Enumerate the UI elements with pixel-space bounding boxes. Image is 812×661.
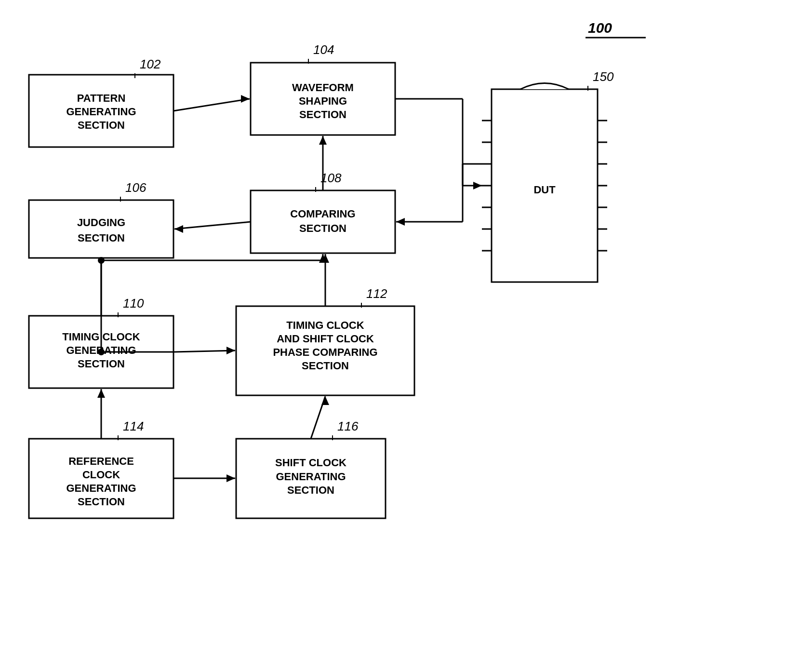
pattern-gen-label-3: SECTION — [78, 119, 125, 131]
shift-clock-gen-label-2: GENERATING — [276, 471, 346, 483]
waveform-label-2: SHAPING — [299, 95, 347, 107]
arrow-104-to-dut — [473, 182, 482, 189]
diagram-container: 100 PATTERN GENERATING SECTION 102 WAVEF… — [0, 0, 812, 661]
comparing-label-1: COMPARING — [290, 208, 355, 220]
ref-150: 150 — [593, 69, 614, 84]
timing-shift-label-3: PHASE COMPARING — [273, 346, 377, 358]
arrow-shift-to-tsc — [321, 396, 329, 405]
dut-label: DUT — [533, 184, 556, 196]
waveform-label-1: WAVEFORM — [292, 81, 354, 94]
ref-clock-gen-label-2: CLOCK — [82, 469, 120, 481]
svg-line-36 — [173, 351, 235, 352]
ref-108: 108 — [320, 171, 342, 185]
arrow-comparing-to-judging — [174, 225, 183, 233]
arrow-timing-to-tsc — [226, 347, 235, 354]
ref-112: 112 — [366, 286, 387, 301]
judging-label-1: JUDGING — [77, 216, 125, 229]
timing-shift-label-2: AND SHIFT CLOCK — [277, 333, 374, 345]
ref-106: 106 — [125, 180, 146, 195]
timing-shift-label-1: TIMING CLOCK — [286, 319, 364, 331]
ref-114: 114 — [123, 419, 144, 433]
arrow-102-to-104 — [241, 95, 250, 103]
svg-line-24 — [173, 99, 250, 111]
main-title: 100 — [588, 20, 612, 36]
ref-clock-gen-label-1: REFERENCE — [68, 455, 134, 467]
waveform-label-3: SECTION — [299, 108, 346, 121]
ref-104: 104 — [313, 42, 334, 57]
ref-116: 116 — [337, 419, 359, 433]
timing-shift-label-4: SECTION — [302, 360, 349, 372]
ref-110: 110 — [123, 296, 144, 310]
timing-clock-gen-label-3: SECTION — [78, 358, 125, 370]
svg-line-32 — [174, 222, 251, 229]
arrow-comparing-to-waveform — [319, 136, 327, 145]
shift-clock-gen-label-3: SECTION — [287, 484, 334, 496]
arrow-ref-to-shift — [226, 474, 235, 482]
judging-box — [29, 200, 173, 258]
comparing-label-2: SECTION — [299, 222, 346, 234]
arrow-ref-to-timing — [97, 389, 105, 398]
ref-102: 102 — [140, 57, 161, 71]
pattern-gen-label-1: PATTERN — [77, 92, 126, 104]
shift-clock-gen-label-1: SHIFT CLOCK — [275, 457, 346, 469]
ref-clock-gen-label-3: GENERATING — [66, 482, 136, 494]
pattern-gen-label-2: GENERATING — [66, 106, 136, 118]
arrow-dut-to-comparing — [396, 218, 405, 226]
judging-label-2: SECTION — [78, 232, 125, 244]
ref-clock-gen-label-4: SECTION — [78, 496, 125, 508]
